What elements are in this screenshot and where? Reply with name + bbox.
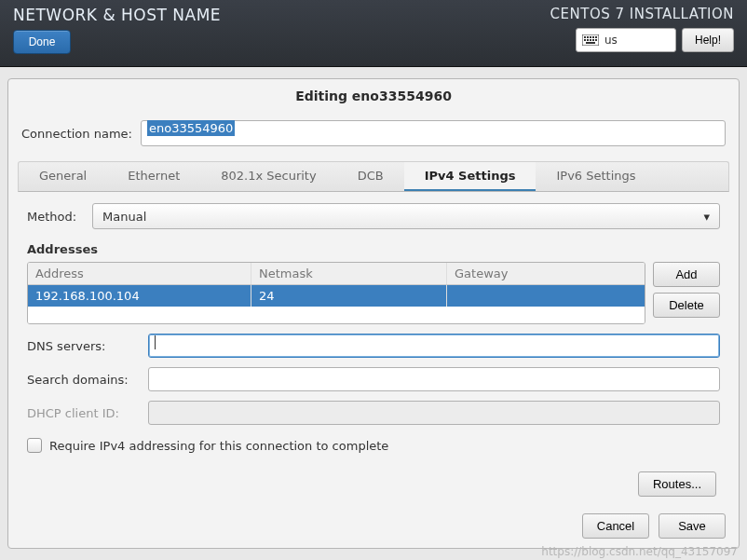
help-button[interactable]: Help!: [682, 28, 734, 52]
address-row[interactable]: 192.168.100.104 24: [28, 285, 645, 307]
cell-address: 192.168.100.104: [28, 285, 251, 307]
tab-dcb[interactable]: DCB: [337, 162, 404, 191]
col-address: Address: [28, 263, 251, 284]
cell-gateway: [447, 285, 645, 307]
dns-servers-input[interactable]: [148, 334, 720, 358]
tab-8021x-security[interactable]: 802.1x Security: [200, 162, 336, 191]
svg-rect-10: [595, 39, 597, 41]
dns-servers-label: DNS servers:: [27, 339, 141, 353]
tab-ipv4-settings[interactable]: IPv4 Settings: [404, 162, 536, 191]
watermark: https://blog.csdn.net/qq_43157097: [541, 545, 738, 558]
page-title: NETWORK & HOST NAME: [13, 6, 221, 24]
chevron-down-icon: ▾: [703, 210, 710, 224]
keyboard-layout-indicator[interactable]: us: [576, 28, 676, 52]
keyboard-layout-label: us: [604, 34, 618, 47]
keyboard-icon: [582, 34, 599, 46]
svg-rect-1: [584, 36, 586, 38]
col-gateway: Gateway: [447, 263, 645, 284]
connection-name-input[interactable]: eno33554960: [141, 120, 726, 146]
svg-rect-2: [587, 36, 589, 38]
svg-rect-9: [592, 39, 594, 41]
connection-name-label: Connection name:: [21, 127, 141, 141]
edit-connection-dialog: Editing eno33554960 Connection name: eno…: [7, 78, 740, 549]
search-domains-label: Search domains:: [27, 373, 141, 387]
svg-rect-4: [592, 36, 594, 38]
cancel-button[interactable]: Cancel: [582, 513, 649, 539]
addresses-table[interactable]: Address Netmask Gateway 192.168.100.104 …: [27, 262, 645, 324]
routes-button[interactable]: Routes...: [638, 471, 716, 497]
col-netmask: Netmask: [251, 263, 447, 284]
svg-rect-8: [590, 39, 591, 41]
svg-rect-6: [584, 39, 586, 41]
settings-tabs: General Ethernet 802.1x Security DCB IPv…: [18, 161, 729, 192]
svg-rect-5: [595, 36, 597, 38]
svg-rect-11: [586, 42, 595, 44]
svg-rect-7: [587, 39, 589, 41]
search-domains-input[interactable]: [148, 367, 720, 391]
tab-ethernet[interactable]: Ethernet: [107, 162, 200, 191]
require-ipv4-label: Require IPv4 addressing for this connect…: [49, 439, 388, 453]
installer-title: CENTOS 7 INSTALLATION: [550, 6, 734, 22]
dialog-title: Editing eno33554960: [8, 79, 739, 116]
top-bar: NETWORK & HOST NAME Done CENTOS 7 INSTAL…: [0, 0, 747, 67]
delete-address-button[interactable]: Delete: [653, 293, 720, 318]
addresses-heading: Addresses: [27, 242, 720, 256]
ipv4-panel: Method: Manual ▾ Addresses Address Netma…: [8, 192, 739, 500]
method-label: Method:: [27, 210, 83, 224]
save-button[interactable]: Save: [659, 513, 726, 539]
tab-general[interactable]: General: [19, 162, 107, 191]
require-ipv4-checkbox[interactable]: [27, 438, 42, 453]
address-empty-row[interactable]: [28, 307, 645, 323]
svg-rect-3: [590, 36, 591, 38]
dhcp-client-id-input: [148, 401, 720, 425]
cell-netmask: 24: [251, 285, 447, 307]
dhcp-client-id-label: DHCP client ID:: [27, 406, 141, 420]
done-button[interactable]: Done: [13, 30, 71, 54]
tab-ipv6-settings[interactable]: IPv6 Settings: [536, 162, 656, 191]
add-address-button[interactable]: Add: [653, 262, 720, 287]
method-select[interactable]: Manual ▾: [92, 203, 720, 229]
connection-name-value: eno33554960: [147, 120, 235, 136]
method-value: Manual: [102, 210, 146, 224]
